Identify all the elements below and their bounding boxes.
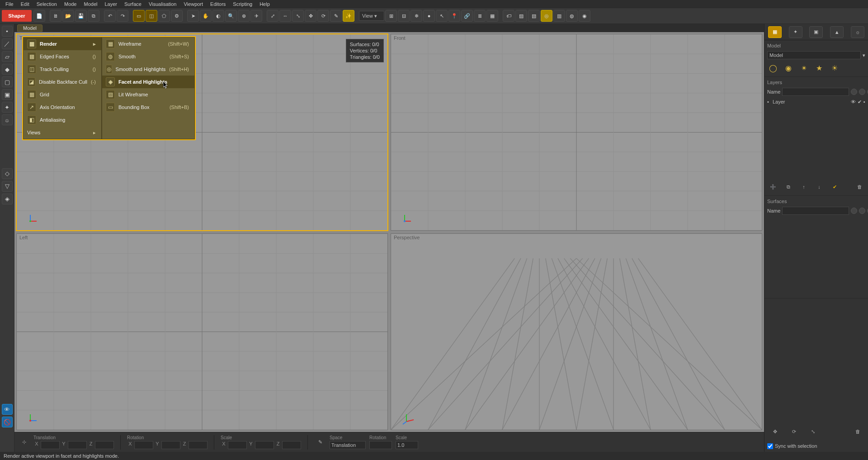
shade-f-icon[interactable]: ◉	[579, 10, 590, 22]
select-box-icon[interactable]: ▭	[133, 10, 145, 22]
layer-up-icon[interactable]: ↑	[799, 182, 809, 192]
ctx-axis-orient[interactable]: ↗Axis Orientation	[24, 101, 101, 114]
tool-c-icon[interactable]: ⤡	[292, 10, 304, 22]
sy-input[interactable]	[255, 441, 274, 449]
move-icon[interactable]: ✥	[305, 10, 316, 22]
brush-icon[interactable]: ✨	[343, 10, 354, 22]
orbit-icon[interactable]: ◐	[212, 10, 224, 22]
ctx-track-culling[interactable]: ◫Track Culling()	[24, 63, 101, 76]
layer-delete-icon[interactable]: 🗑	[854, 182, 864, 192]
ctx-grid[interactable]: ▦Grid	[24, 88, 101, 101]
shade-c-icon[interactable]: ◎	[541, 10, 552, 22]
layer-dup-icon[interactable]: ⧉	[783, 182, 793, 192]
rx-input[interactable]	[134, 441, 153, 449]
rp-model-input[interactable]	[767, 51, 861, 59]
menu-layer[interactable]: Layer	[101, 1, 121, 7]
menu-mode[interactable]: Mode	[61, 1, 80, 7]
scale-icon[interactable]: ✎	[330, 10, 342, 22]
open-scene-icon[interactable]: 📄	[33, 10, 45, 22]
viewport-perspective[interactable]: Perspective	[391, 233, 762, 430]
dot-b[interactable]	[859, 89, 865, 95]
tag-icon[interactable]: 🏷	[503, 10, 514, 22]
menu-editors[interactable]: Editors	[207, 1, 229, 7]
rp-surf-name-input[interactable]	[782, 207, 849, 215]
sdot-b[interactable]	[859, 208, 865, 214]
layer-color-icon[interactable]: ▪	[863, 99, 865, 104]
hier-c-icon[interactable]: ❄	[410, 10, 422, 22]
layer-add-icon[interactable]: ➕	[768, 182, 778, 192]
rp-tab-b-icon[interactable]: ✦	[789, 26, 802, 38]
lt-obj-icon[interactable]: ◆	[2, 64, 13, 75]
tool-a-icon[interactable]: ⤢	[267, 10, 278, 22]
rp-tab-d-icon[interactable]: ▲	[830, 26, 844, 38]
lt-a-icon[interactable]: ▢	[2, 76, 13, 87]
menu-viewport[interactable]: Viewport	[180, 1, 207, 7]
tz-input[interactable]	[95, 441, 114, 449]
ctx-views[interactable]: Views▸	[24, 126, 101, 139]
menu-model[interactable]: Model	[80, 1, 101, 7]
shade-e-icon[interactable]: ◍	[566, 10, 578, 22]
lt-c-icon[interactable]: ☼	[2, 114, 13, 125]
rp-toggle-c-icon[interactable]: ✴	[799, 63, 809, 73]
ctx-lit-wireframe[interactable]: ▨Lit Wireframe	[102, 88, 194, 101]
rp-scale-pill-icon[interactable]: ⤡	[806, 425, 820, 438]
viewport-front[interactable]: Front	[391, 34, 762, 231]
lt-d-icon[interactable]: ◇	[2, 168, 13, 179]
view-dropdown[interactable]: View ▾	[359, 11, 384, 21]
ctx-edged-faces[interactable]: ▩Edged Faces()	[24, 50, 101, 63]
rp-layer-name-input[interactable]	[782, 88, 849, 96]
menu-scripting[interactable]: Scripting	[229, 1, 256, 7]
zoom-icon[interactable]: 🔍	[225, 10, 237, 22]
shade-d-icon[interactable]: ▥	[553, 10, 565, 22]
tx-input[interactable]	[41, 441, 60, 449]
zoom-region-icon[interactable]: ⊕	[238, 10, 250, 22]
select-lasso-icon[interactable]: ◫	[146, 10, 157, 22]
tool-b-icon[interactable]: ↔	[279, 10, 291, 22]
lt-point-icon[interactable]: •	[2, 26, 13, 37]
menu-visualisation[interactable]: Visualisation	[145, 1, 180, 7]
new-file-icon[interactable]: 🗎	[50, 10, 61, 22]
shade-b-icon[interactable]: ▧	[528, 10, 540, 22]
rp-sync-checkbox[interactable]	[767, 443, 773, 449]
viewport-left[interactable]: Left	[16, 233, 388, 430]
copy-icon[interactable]: ⧉	[88, 10, 99, 22]
select-gear-icon[interactable]: ⚙	[171, 10, 183, 22]
menu-file[interactable]: File	[2, 1, 17, 7]
ry-input[interactable]	[161, 441, 180, 449]
rp-tab-model-icon[interactable]: ▦	[768, 26, 782, 38]
pin-icon[interactable]: 📍	[448, 10, 460, 22]
chevron-down-icon[interactable]: ▾	[863, 52, 865, 58]
ctx-smooth-hl[interactable]: ◎Smooth and Highlights(Shift+H)	[102, 63, 194, 76]
rp-layer-entry[interactable]: Layer	[773, 99, 785, 104]
ctx-backface-cull[interactable]: ◪Disable Backface Cull(-)	[24, 76, 101, 88]
ctx-facet-hl[interactable]: ◈Facet and Highlights	[102, 76, 194, 88]
lt-f-icon[interactable]: ◈	[2, 194, 13, 204]
ctx-bbox[interactable]: ▭Bounding Box(Shift+B)	[102, 101, 194, 114]
rp-tab-c-icon[interactable]: ▣	[809, 26, 823, 38]
undo-icon[interactable]: ↶	[104, 10, 116, 22]
rp-toggle-a-icon[interactable]: ◯	[768, 63, 778, 73]
sphere-icon[interactable]: ●	[423, 10, 435, 22]
ty-input[interactable]	[68, 441, 87, 449]
hier-b-icon[interactable]: ⊟	[398, 10, 410, 22]
rp-trash-icon[interactable]: 🗑	[851, 425, 864, 438]
lt-e-icon[interactable]: ▽	[2, 181, 13, 192]
open-file-icon[interactable]: 📂	[62, 10, 74, 22]
ctx-antialiasing[interactable]: ◧Antialiasing	[24, 114, 101, 126]
menu-edit[interactable]: Edit	[17, 1, 33, 7]
rp-move-pill-icon[interactable]: ✥	[768, 425, 782, 438]
rp-toggle-e-icon[interactable]: ☀	[830, 63, 840, 73]
lt-face-icon[interactable]: ▱	[2, 51, 13, 62]
ctx-render[interactable]: ▦Render▸	[24, 38, 101, 50]
sz-input[interactable]	[282, 441, 301, 449]
redo-icon[interactable]: ↷	[117, 10, 128, 22]
pan-icon[interactable]: ✋	[200, 10, 212, 22]
hier-a-icon[interactable]: ⊞	[385, 10, 397, 22]
sx-input[interactable]	[228, 441, 247, 449]
lt-star-icon[interactable]: ✦	[2, 102, 13, 113]
rp-tab-e-icon[interactable]: ☼	[851, 26, 864, 38]
cursor-icon[interactable]: ↖	[436, 10, 448, 22]
space-input[interactable]	[330, 441, 366, 449]
ctx-smooth[interactable]: ◍Smooth(Shift+S)	[102, 50, 194, 63]
ctx-wireframe[interactable]: ▦Wireframe(Shift+W)	[102, 38, 194, 50]
